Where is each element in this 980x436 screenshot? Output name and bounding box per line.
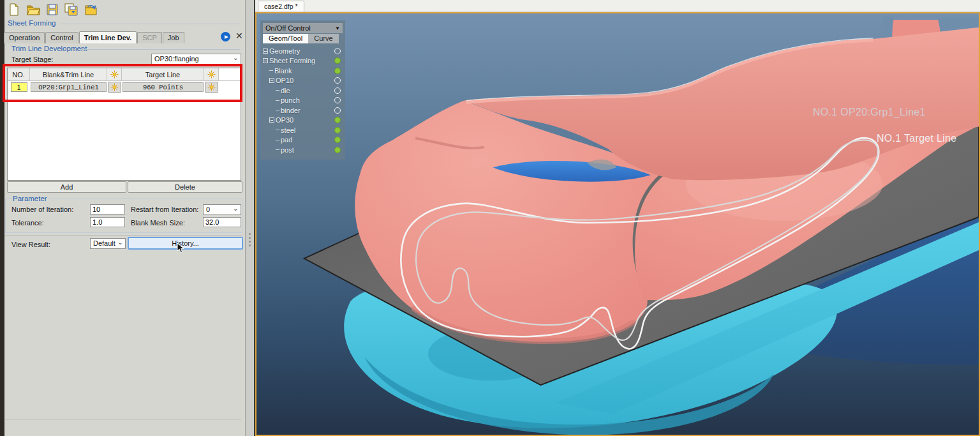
sheet-forming-panel: Sheet Forming OperationControlTrim Line … (0, 0, 245, 436)
history-button[interactable]: History... (128, 237, 243, 250)
visibility-dot-off[interactable] (334, 48, 341, 54)
tab-control[interactable]: Control (45, 32, 78, 43)
history-button-label: History... (172, 239, 199, 247)
view-result-combo[interactable]: Default (90, 238, 126, 249)
new-file-icon[interactable] (7, 3, 21, 16)
tree-item-post[interactable]: post (260, 145, 345, 155)
restart-from-iteration-combo[interactable]: 0 (203, 204, 241, 215)
tree-item-die[interactable]: die (260, 86, 345, 96)
panel-tabs: OperationControlTrim Line Dev.SCPJob (4, 31, 185, 43)
visibility-dot-on[interactable] (334, 117, 341, 123)
chevron-down-icon: ▼ (335, 26, 340, 31)
tree-item-pad[interactable]: pad (260, 135, 345, 146)
tolerance-input[interactable] (90, 217, 125, 227)
open-file-icon[interactable] (26, 3, 40, 16)
section-rule (80, 49, 240, 50)
blank-mesh-size-label: Blank Mesh Size: (131, 219, 185, 227)
target-line-value[interactable]: 960 Points (122, 82, 204, 92)
tree-item-geometry[interactable]: Geometry (260, 46, 345, 56)
import-icon[interactable] (84, 3, 98, 16)
tree-item-punch[interactable]: punch (260, 96, 345, 106)
application-window: Sheet Forming OperationControlTrim Line … (0, 0, 980, 436)
tree-item-label: Blank (274, 67, 292, 75)
tab-operation[interactable]: Operation (4, 32, 45, 43)
restart-from-iteration-label: Restart from Iteration: (131, 206, 198, 213)
visibility-dot-on[interactable] (334, 147, 341, 153)
target-line-lamp-button[interactable] (205, 82, 218, 93)
tab-trim-line-dev-[interactable]: Trim Line Dev. (79, 31, 137, 43)
visibility-dot-off[interactable] (334, 107, 341, 114)
save-all-icon[interactable] (64, 3, 78, 16)
tree-tab-curve[interactable]: Curve (308, 34, 338, 43)
tree-branch-tick (276, 149, 279, 150)
view-result-label: View Result: (11, 241, 50, 248)
tree-item-binder[interactable]: binder (260, 105, 345, 116)
panel-splitter[interactable] (245, 0, 254, 436)
tree-item-label: Sheet Forming (269, 57, 315, 64)
tree-item-label: binder (281, 107, 301, 114)
target-line-label: NO.1 Target Line (877, 133, 956, 144)
expand-icon[interactable] (263, 58, 268, 63)
tree-item-blank[interactable]: Blank (260, 66, 345, 76)
visibility-dot-on[interactable] (334, 68, 341, 74)
row-number: 1 (11, 82, 27, 92)
visibility-dot-off[interactable] (334, 97, 341, 103)
visibility-dot-on[interactable] (334, 137, 341, 143)
onoff-control-dropdown[interactable]: On/Off Control ▼ (263, 23, 343, 33)
panel-bottom-divider (5, 419, 241, 419)
tab-scp[interactable]: SCP (137, 32, 162, 43)
expand-icon[interactable] (269, 78, 274, 83)
onoff-control-panel: On/Off Control ▼ Geom/ToolCurve Geometry… (260, 20, 345, 160)
expand-icon[interactable] (269, 117, 274, 123)
tree-item-label: OP30 (276, 116, 293, 124)
render-canvas[interactable]: NO.1 OP20:Grp1_Line1 NO.1 Target Line On… (255, 12, 980, 436)
target-stage-value: OP30:flanging (154, 55, 199, 63)
tree-item-label: die (281, 87, 290, 94)
target-stage-combo[interactable]: OP30:flanging (151, 54, 241, 64)
save-file-icon[interactable] (45, 3, 59, 16)
document-tabbar: case2.dfp * (255, 0, 980, 12)
visibility-dot-off[interactable] (334, 77, 341, 84)
close-icon[interactable]: ✕ (235, 31, 243, 41)
delete-button[interactable]: Delete (128, 181, 242, 193)
col-no: NO. (8, 68, 30, 80)
tree-item-steel[interactable]: steel (260, 125, 345, 135)
blank-trim-line-value[interactable]: OP20:Grp1_Line1 (31, 82, 107, 92)
trim-line-table: NO. Blank&Trim Line Target Line 1 OP20:G… (7, 68, 241, 181)
tree-item-label: punch (281, 96, 300, 104)
tree-branch-tick (276, 90, 279, 91)
visibility-dot-off[interactable] (334, 87, 341, 94)
tree-tab-geom-tool[interactable]: Geom/Tool (263, 34, 308, 43)
number-of-iteration-input[interactable] (90, 204, 125, 214)
graphics-viewport: case2.dfp * (255, 0, 980, 436)
lamp-icon (107, 68, 122, 80)
tree-item-label: steel (281, 126, 295, 134)
table-header: NO. Blank&Trim Line Target Line (8, 68, 241, 81)
tree-branch-tick (276, 140, 279, 140)
tolerance-label: Tolerance: (11, 219, 44, 227)
document-tab[interactable]: case2.dfp * (258, 1, 304, 11)
scene-3d (256, 13, 979, 435)
panel-title: Sheet Forming (8, 19, 56, 27)
col-target-line: Target Line (122, 68, 204, 80)
section-title: Trim Line Development (11, 45, 87, 52)
target-stage-label: Target Stage: (11, 56, 53, 63)
tab-job[interactable]: Job (163, 32, 184, 43)
tree-item-op10[interactable]: OP10 (260, 76, 345, 86)
visibility-dot-on[interactable] (334, 57, 341, 64)
blank-line-lamp-button[interactable] (108, 82, 121, 93)
tree-item-sheet-forming[interactable]: Sheet Forming (260, 56, 345, 66)
splitter-grip-icon[interactable] (248, 231, 252, 259)
add-button[interactable]: Add (7, 181, 126, 193)
tree-item-label: OP10 (276, 77, 293, 84)
blank-mesh-size-input[interactable] (203, 217, 241, 227)
visibility-dot-on[interactable] (334, 127, 341, 133)
tree-item-label: Geometry (269, 47, 300, 55)
table-row[interactable]: 1 OP20:Grp1_Line1 960 Points (8, 81, 241, 93)
mouse-cursor (177, 243, 184, 255)
col-blank-trim-line: Blank&Trim Line (30, 68, 107, 80)
view-result-value: Default (93, 239, 115, 247)
run-button[interactable] (221, 32, 230, 41)
tree-item-op30[interactable]: OP30 (260, 116, 345, 126)
expand-icon[interactable] (263, 49, 268, 54)
